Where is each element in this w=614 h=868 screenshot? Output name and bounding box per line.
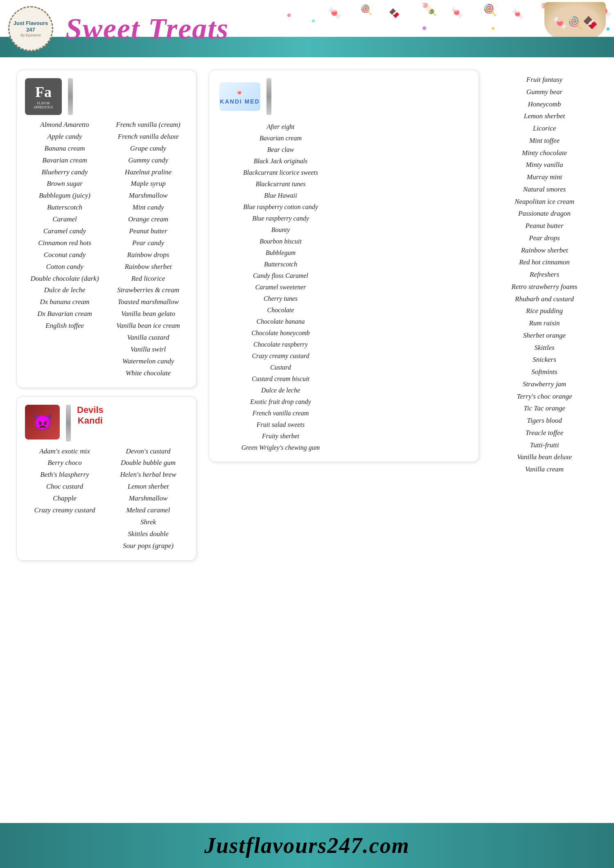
list-item: Apple candy bbox=[25, 131, 104, 143]
list-item: Marshmallow bbox=[108, 190, 188, 202]
list-item: Vanilla swirl bbox=[108, 344, 188, 356]
list-item: Coconut candy bbox=[25, 249, 104, 261]
devils-header: 👿 DevilsKandi bbox=[25, 405, 188, 442]
list-item: Tigers blood bbox=[491, 415, 598, 427]
devils-stripe bbox=[66, 405, 71, 442]
list-item: Bavarian cream bbox=[219, 133, 342, 144]
middle-panel: 🍬 KANDI MED After eightBavarian creamBea… bbox=[209, 70, 479, 561]
list-item: Tutti-frutti bbox=[491, 439, 598, 451]
card-header: Fa FLAVORAPPRENTICE bbox=[25, 78, 188, 115]
list-item: Sherbet orange bbox=[491, 329, 598, 342]
list-item: Beth's blaspherry bbox=[25, 469, 104, 481]
list-item: Blueberry candy bbox=[25, 167, 104, 178]
list-item: Snickers bbox=[491, 354, 598, 366]
list-item: Adam's exotic mix bbox=[25, 446, 104, 458]
list-item: Peanut butter bbox=[108, 225, 188, 237]
brand-name: Just Flavours 247 bbox=[9, 20, 52, 33]
list-item: Watermelon candy bbox=[108, 356, 188, 367]
devils-col-1: Adam's exotic mixBerry chocoBeth's blasp… bbox=[25, 446, 104, 552]
logo-letter: Fa bbox=[35, 83, 52, 101]
list-item: Tic Tac orange bbox=[491, 402, 598, 415]
list-item: Chocolate bbox=[219, 304, 342, 316]
kandi-header: 🍬 KANDI MED bbox=[219, 78, 468, 115]
list-item: French vanilla (cream) bbox=[108, 119, 188, 131]
list-item: Lemon sherbet bbox=[491, 110, 598, 122]
list-item: Gummy candy bbox=[108, 155, 188, 167]
flavor-apprentice-card: Fa FLAVORAPPRENTICE Almond AmarettoApple… bbox=[16, 70, 196, 388]
right-panel: Fruit fantasyGummy bearHoneycombLemon sh… bbox=[491, 70, 598, 561]
list-item: Melted caramel bbox=[108, 505, 188, 516]
list-item: Refreshers bbox=[491, 268, 598, 281]
devils-kandi-card: 👿 DevilsKandi Adam's exotic mixBerry cho… bbox=[16, 396, 196, 561]
list-item: Hazelnut praline bbox=[108, 167, 188, 178]
list-item: Bubblegum bbox=[219, 247, 342, 259]
list-item: Bourbon biscuit bbox=[219, 236, 342, 247]
list-item: Rhubarb and custard bbox=[491, 293, 598, 305]
list-item: Strawberries & cream bbox=[108, 284, 188, 296]
kandi-med-card: 🍬 KANDI MED After eightBavarian creamBea… bbox=[209, 70, 479, 462]
list-item: Neapolitan ice cream bbox=[491, 196, 598, 208]
brand-sub: By Ejuiceme bbox=[20, 33, 41, 37]
header: Just Flavours 247 By Ejuiceme Sweet Trea… bbox=[0, 0, 614, 57]
footer: Justflavours247.com bbox=[0, 823, 614, 868]
list-item: Honeycomb bbox=[491, 98, 598, 110]
list-item: Lemon sherbet bbox=[108, 481, 188, 493]
list-item: Crazy creamy custard bbox=[25, 505, 104, 516]
list-item: Peanut butter bbox=[491, 220, 598, 232]
list-item: Skittles bbox=[491, 342, 598, 354]
list-item: French vanilla deluxe bbox=[108, 131, 188, 143]
list-item: Cherry tunes bbox=[219, 293, 342, 304]
flavor-col-2: French vanilla (cream)French vanilla del… bbox=[108, 119, 188, 379]
list-item: Bavarian cream bbox=[25, 155, 104, 167]
devils-logo: 👿 bbox=[25, 405, 60, 440]
list-item: Rainbow drops bbox=[108, 249, 188, 261]
list-item: Mint toffee bbox=[491, 135, 598, 147]
list-item: Crazy creamy custard bbox=[219, 350, 342, 362]
list-item: Passionate dragon bbox=[491, 207, 598, 220]
list-item: Double bubble gum bbox=[108, 457, 188, 469]
list-item: Rice pudding bbox=[491, 305, 598, 317]
flavor-apprentice-logo: Fa FLAVORAPPRENTICE bbox=[25, 78, 62, 115]
list-item: Devon's custard bbox=[108, 446, 188, 458]
kandi-col-2 bbox=[346, 121, 468, 453]
list-item: Red hot cinnamon bbox=[491, 256, 598, 268]
list-item: Marshmallow bbox=[108, 493, 188, 505]
logo-stripe bbox=[68, 78, 73, 115]
brand-logo: Just Flavours 247 By Ejuiceme bbox=[8, 6, 53, 51]
page-title: Sweet Treats bbox=[65, 12, 229, 46]
list-item: Dx Bavarian cream bbox=[25, 308, 104, 320]
list-item: Terry's choc orange bbox=[491, 390, 598, 403]
flavor-list: Almond AmarettoApple candyBanana creamBa… bbox=[25, 119, 188, 379]
kandi-col-1: After eightBavarian creamBear clawBlack … bbox=[219, 121, 342, 453]
list-item: Berry choco bbox=[25, 457, 104, 469]
devils-col-2: Devon's custardDouble bubble gumHelen's … bbox=[108, 446, 188, 552]
list-item: Blackcurrant licorice sweets bbox=[219, 167, 342, 178]
left-panel: Fa FLAVORAPPRENTICE Almond AmarettoApple… bbox=[16, 70, 196, 561]
list-item: Sour pops (grape) bbox=[108, 540, 188, 552]
list-item: Chocolate raspberry bbox=[219, 339, 342, 350]
list-item: Blue raspberry cotton candy bbox=[219, 201, 342, 213]
list-item: Natural smores bbox=[491, 183, 598, 196]
list-item: Grape candy bbox=[108, 143, 188, 155]
list-item: Softmints bbox=[491, 366, 598, 378]
footer-website: Justflavours247.com bbox=[204, 833, 410, 858]
list-item: Rainbow sherbet bbox=[491, 244, 598, 257]
list-item: Pear drops bbox=[491, 232, 598, 244]
list-item: Caramel candy bbox=[25, 225, 104, 237]
list-item: White chocolate bbox=[108, 367, 188, 379]
kandi-logo-text: KANDI MED bbox=[220, 98, 260, 105]
list-item: Chapple bbox=[25, 493, 104, 505]
list-item: Treacle toffee bbox=[491, 427, 598, 439]
list-item: Bounty bbox=[219, 224, 342, 236]
devils-list: Adam's exotic mixBerry chocoBeth's blasp… bbox=[25, 446, 188, 552]
list-item: Brown sugar bbox=[25, 178, 104, 190]
kandi-logo: 🍬 KANDI MED bbox=[219, 82, 260, 111]
kandi-list: After eightBavarian creamBear clawBlack … bbox=[219, 121, 468, 453]
list-item: Dulce de leche bbox=[25, 284, 104, 296]
list-item: English toffee bbox=[25, 320, 104, 332]
list-item: Rum raisin bbox=[491, 317, 598, 329]
list-item: Helen's herbal brew bbox=[108, 469, 188, 481]
list-item: Fruit salad sweets bbox=[219, 419, 342, 431]
list-item: Vanilla bean ice cream bbox=[108, 320, 188, 332]
list-item: Fruity sherbet bbox=[219, 431, 342, 442]
